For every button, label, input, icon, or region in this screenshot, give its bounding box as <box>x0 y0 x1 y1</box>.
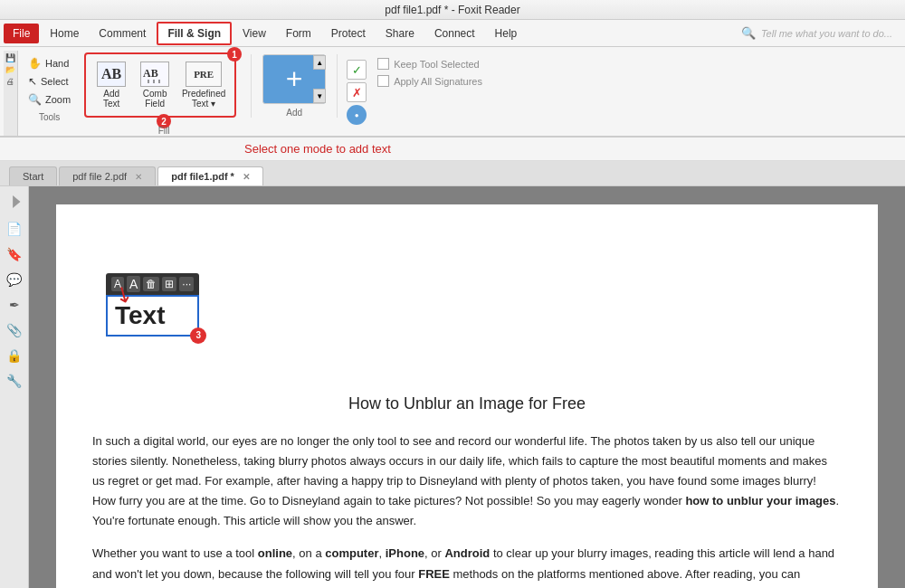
open-icon[interactable]: 📂 <box>5 65 15 74</box>
add-text-label: AddText <box>103 89 119 109</box>
apply-all-signatures-row[interactable]: Apply All Signatures <box>377 75 482 87</box>
badge-1: 1 <box>227 47 242 62</box>
svg-text:AB: AB <box>143 67 158 80</box>
title-text: pdf file1.pdf * - Foxit Reader <box>385 4 519 16</box>
fill-section: 1 AB AddText AB CombField <box>84 52 236 118</box>
predefined-text-label: PredefinedText ▾ <box>182 89 225 109</box>
comb-field-label: CombField <box>143 89 167 109</box>
circle-dot-button[interactable]: ● <box>347 105 367 125</box>
scroll-up-button[interactable]: ▲ <box>313 55 326 70</box>
pdf-area: ↘ A A 🗑 ⊞ ··· Text 3 <box>29 186 905 588</box>
move-text-btn[interactable]: ⊞ <box>162 277 176 291</box>
sidebar-tools-icon[interactable]: 🔧 <box>5 371 24 391</box>
tab-pdf1[interactable]: pdf file1.pdf * ✕ <box>157 166 263 185</box>
pdf-body: In such a digital world, our eyes are no… <box>92 432 842 588</box>
predefined-text-icon: PRE <box>186 62 222 87</box>
scroll-down-button[interactable]: ▼ <box>313 89 326 103</box>
add-text-button[interactable]: AB AddText <box>91 58 131 112</box>
tab-pdf1-close[interactable]: ✕ <box>243 172 250 182</box>
menu-file[interactable]: File <box>4 24 39 43</box>
menu-share[interactable]: Share <box>376 24 424 43</box>
tab-pdf2-close[interactable]: ✕ <box>135 172 142 182</box>
pdf-paragraph-2: Whether you want to use a tool online, o… <box>92 544 842 588</box>
fill-label: Fill <box>84 126 243 136</box>
pdf-paragraph-1: In such a digital world, our eyes are no… <box>92 432 842 531</box>
tab-bar: Start pdf file 2.pdf ✕ pdf file1.pdf * ✕ <box>0 161 905 186</box>
menu-bar: File Home Comment Fill & Sign View Form … <box>0 20 905 47</box>
sidebar-signature-icon[interactable]: ✒ <box>5 295 24 315</box>
sidebar-bookmark-icon[interactable]: 🔖 <box>5 244 24 264</box>
add-sign-plus-icon: + <box>286 62 303 96</box>
select-icon: ↖ <box>28 75 37 88</box>
search-placeholder[interactable]: Tell me what you want to do... <box>761 28 892 39</box>
menu-home[interactable]: Home <box>41 24 88 43</box>
menu-comment[interactable]: Comment <box>90 24 155 43</box>
tab-pdf2-label: pdf file 2.pdf <box>72 171 127 182</box>
right-ribbon-options: Keep Tool Selected Apply All Signatures <box>367 51 493 136</box>
instruction-text: Select one mode to add text <box>244 142 391 156</box>
main-area: 📄 🔖 💬 ✒ 📎 🔒 🔧 ↘ A A 🗑 ⊞ ··· <box>0 186 905 588</box>
menu-help[interactable]: Help <box>486 24 527 43</box>
hand-icon: ✋ <box>28 57 42 70</box>
hand-label: Hand <box>45 58 69 69</box>
left-sidebar: 📄 🔖 💬 ✒ 📎 🔒 🔧 <box>0 186 29 588</box>
print-icon[interactable]: 🖨 <box>6 77 14 86</box>
add-text-icon: AB <box>97 62 126 87</box>
tools-label: Tools <box>25 112 73 122</box>
comb-field-button[interactable]: AB CombField <box>135 58 175 112</box>
ribbon: 💾 📂 🖨 ✋ Hand ↖ Select 🔍 Zoom Tools 1 AB … <box>0 47 905 138</box>
tab-pdf1-label: pdf file1.pdf * <box>171 171 234 182</box>
more-text-options[interactable]: ··· <box>179 277 194 291</box>
pdf-title: How to Unblur an Image for Free <box>92 394 842 413</box>
menu-fill-sign[interactable]: Fill & Sign <box>157 22 232 45</box>
select-label: Select <box>41 76 69 87</box>
menu-form[interactable]: Form <box>277 24 320 43</box>
keep-tool-label: Keep Tool Selected <box>394 59 480 70</box>
tab-start[interactable]: Start <box>9 166 57 185</box>
comb-field-icon: AB <box>140 62 169 87</box>
check-button[interactable]: ✓ <box>347 60 367 80</box>
search-icon: 🔍 <box>741 26 756 40</box>
quick-toolbar: 💾 📂 🖨 <box>4 51 18 136</box>
add-label: Add <box>286 108 302 118</box>
keep-tool-checkbox[interactable] <box>377 58 389 70</box>
delete-text-btn[interactable]: 🗑 <box>143 277 159 291</box>
add-signature-section: + ▲ ▼ Add <box>255 51 333 136</box>
predefined-text-button[interactable]: PRE PredefinedText ▾ <box>178 58 229 112</box>
select-tool[interactable]: ↖ Select <box>25 74 73 89</box>
tab-pdf2[interactable]: pdf file 2.pdf ✕ <box>59 166 156 185</box>
sidebar-comment-icon[interactable]: 💬 <box>5 270 24 289</box>
menu-view[interactable]: View <box>233 24 275 43</box>
tab-start-label: Start <box>23 171 43 182</box>
apply-sigs-checkbox[interactable] <box>377 75 389 87</box>
small-icon-buttons: ✓ ✗ ● <box>347 60 367 125</box>
sidebar-page-icon[interactable]: 📄 <box>5 219 24 239</box>
sidebar-attachment-icon[interactable]: 📎 <box>5 320 24 340</box>
x-button[interactable]: ✗ <box>347 82 367 102</box>
instruction-bar: Select one mode to add text <box>0 138 905 161</box>
save-icon[interactable]: 💾 <box>5 53 15 62</box>
tools-section: ✋ Hand ↖ Select 🔍 Zoom Tools <box>18 51 81 136</box>
hand-tool[interactable]: ✋ Hand <box>25 56 73 71</box>
search-area: 🔍 Tell me what you want to do... <box>741 26 901 40</box>
keep-tool-selected-row[interactable]: Keep Tool Selected <box>377 58 482 70</box>
menu-protect[interactable]: Protect <box>322 24 375 43</box>
title-bar: pdf file1.pdf * - Foxit Reader <box>0 0 905 20</box>
zoom-icon: 🔍 <box>28 93 42 106</box>
menu-connect[interactable]: Connect <box>425 24 484 43</box>
badge-3: 3 <box>190 327 206 344</box>
sidebar-lock-icon[interactable]: 🔒 <box>5 346 24 365</box>
apply-sigs-label: Apply All Signatures <box>394 76 482 87</box>
zoom-tool[interactable]: 🔍 Zoom <box>25 92 73 107</box>
collapse-arrow[interactable] <box>8 195 21 208</box>
zoom-label: Zoom <box>45 94 71 105</box>
pdf-page: ↘ A A 🗑 ⊞ ··· Text 3 <box>56 204 878 588</box>
